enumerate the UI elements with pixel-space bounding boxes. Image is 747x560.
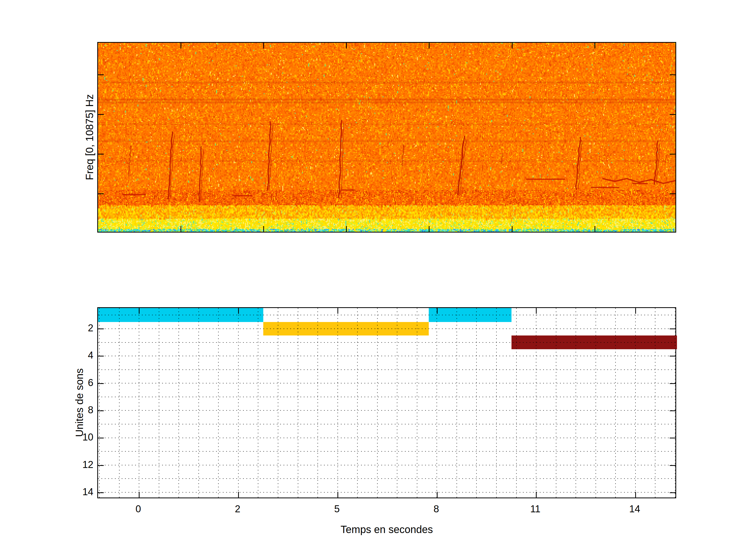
events-grid-vline bbox=[99, 308, 100, 498]
events-grid-vline bbox=[199, 308, 199, 498]
matlab-figure: Freq [0, 10875] Hz Unites de sons Temps … bbox=[0, 0, 747, 560]
y-tick-label: 10 bbox=[82, 432, 93, 443]
y-tick-mark bbox=[98, 465, 104, 466]
events-grid-hline bbox=[98, 356, 675, 356]
y-tick-label: 14 bbox=[82, 486, 93, 498]
events-grid-vline bbox=[218, 308, 218, 498]
y-tick-mark bbox=[98, 74, 104, 75]
events-grid-hline bbox=[98, 478, 675, 479]
y-tick-label: 4 bbox=[88, 350, 93, 361]
y-tick-mark bbox=[98, 193, 104, 194]
x-tick-mark bbox=[346, 226, 347, 232]
x-tick-mark bbox=[429, 43, 430, 49]
x-tick-mark bbox=[536, 492, 537, 498]
y-tick-mark bbox=[670, 410, 675, 411]
events-grid-vline bbox=[675, 308, 675, 498]
events-grid-hline bbox=[98, 410, 675, 411]
x-tick-label: 14 bbox=[629, 504, 640, 515]
y-tick-label: 2 bbox=[88, 322, 93, 334]
x-tick-mark bbox=[337, 308, 338, 314]
events-grid-vline bbox=[457, 308, 457, 498]
events-ylabel: Unites de sons bbox=[74, 368, 85, 437]
x-tick-mark bbox=[263, 226, 264, 232]
events-grid-vline bbox=[178, 308, 179, 498]
y-tick-mark bbox=[670, 114, 675, 115]
y-tick-label: 8 bbox=[88, 404, 93, 416]
y-tick-mark bbox=[670, 356, 675, 356]
x-tick-mark bbox=[181, 226, 181, 232]
x-tick-label: 0 bbox=[135, 504, 141, 515]
events-grid-hline bbox=[98, 451, 675, 452]
spectrogram-image bbox=[98, 43, 675, 232]
y-tick-mark bbox=[670, 465, 675, 466]
events-grid-hline bbox=[98, 424, 675, 424]
events-grid-vline bbox=[516, 308, 517, 498]
x-tick-mark bbox=[181, 43, 181, 49]
x-tick-mark bbox=[238, 308, 239, 314]
x-tick-mark bbox=[346, 43, 347, 49]
x-tick-mark bbox=[536, 308, 537, 314]
y-tick-mark bbox=[670, 328, 675, 329]
events-grid-vline bbox=[298, 308, 298, 498]
events-grid-vline bbox=[278, 308, 278, 498]
y-tick-mark bbox=[98, 410, 104, 411]
events-grid-hline bbox=[98, 328, 675, 329]
x-tick-mark bbox=[635, 492, 636, 498]
y-tick-mark bbox=[670, 154, 675, 155]
x-tick-mark bbox=[437, 308, 438, 314]
x-tick-mark bbox=[512, 43, 513, 49]
events-grid-vline bbox=[556, 308, 556, 498]
events-grid-hline bbox=[98, 383, 675, 383]
events-grid-vline bbox=[496, 308, 497, 498]
y-tick-mark bbox=[98, 328, 104, 329]
x-tick-mark bbox=[429, 226, 430, 232]
x-tick-label: 5 bbox=[334, 504, 339, 515]
spectrogram-ylabel: Freq [0, 10875] Hz bbox=[84, 94, 96, 180]
y-tick-mark bbox=[670, 74, 675, 75]
y-tick-label: 6 bbox=[88, 377, 93, 389]
events-grid-vline bbox=[377, 308, 378, 498]
events-plot bbox=[97, 307, 676, 498]
y-tick-mark bbox=[670, 492, 675, 493]
events-grid-vline bbox=[655, 308, 655, 498]
y-tick-label: 12 bbox=[82, 459, 93, 470]
y-tick-mark bbox=[670, 193, 675, 194]
events-grid-vline bbox=[615, 308, 616, 498]
y-tick-mark bbox=[670, 437, 675, 438]
y-tick-mark bbox=[98, 114, 104, 115]
events-grid-vline bbox=[337, 308, 338, 498]
events-grid-hline bbox=[98, 397, 675, 397]
events-grid-vline bbox=[357, 308, 358, 498]
events-grid-hline bbox=[98, 437, 675, 438]
y-tick-mark bbox=[98, 356, 104, 356]
x-tick-label: 11 bbox=[530, 504, 540, 515]
events-grid-vline bbox=[317, 308, 318, 498]
events-grid-vline bbox=[476, 308, 477, 498]
x-tick-mark bbox=[238, 492, 239, 498]
x-tick-mark bbox=[139, 308, 139, 314]
events-grid-vline bbox=[595, 308, 596, 498]
events-grid-vline bbox=[238, 308, 239, 498]
events-grid-hline bbox=[98, 465, 675, 465]
x-tick-label: 8 bbox=[433, 504, 439, 515]
events-grid-hline bbox=[98, 492, 675, 492]
events-grid-vline bbox=[536, 308, 536, 498]
x-tick-mark bbox=[512, 226, 513, 232]
events-grid-hline bbox=[98, 369, 675, 370]
events-grid-vline bbox=[417, 308, 417, 498]
x-tick-mark bbox=[437, 492, 438, 498]
x-tick-label: 2 bbox=[235, 504, 240, 515]
events-grid-vline bbox=[575, 308, 576, 498]
events-grid-hline bbox=[98, 342, 675, 343]
events-grid-vline bbox=[139, 308, 139, 498]
y-tick-mark bbox=[98, 492, 104, 493]
x-tick-mark bbox=[594, 43, 595, 49]
x-tick-mark bbox=[263, 43, 264, 49]
events-grid-hline bbox=[98, 315, 675, 315]
x-tick-mark bbox=[594, 226, 595, 232]
y-tick-mark bbox=[670, 383, 675, 384]
events-grid-vline bbox=[119, 308, 120, 498]
x-tick-mark bbox=[635, 308, 636, 314]
events-xlabel: Temps en secondes bbox=[340, 524, 433, 535]
y-tick-mark bbox=[98, 437, 104, 438]
